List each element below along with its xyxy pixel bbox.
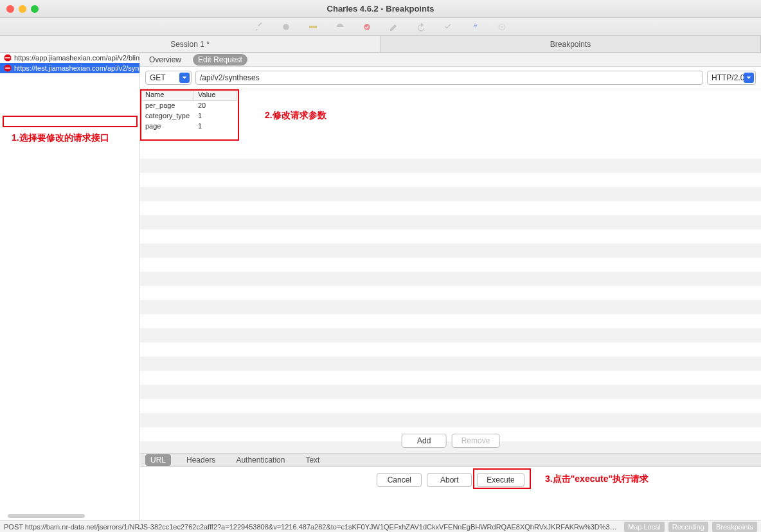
title-bar: Charles 4.6.2 - Breakpoints [0,0,761,18]
subtab-overview[interactable]: Overview [144,54,186,66]
status-map-local[interactable]: Map Local [624,522,665,532]
svg-point-2 [364,24,370,30]
hazard-icon[interactable] [307,21,319,33]
editor-bottom-subtabs: URL Headers Authentication Text [140,453,761,467]
svg-rect-6 [5,57,10,58]
sidebar-scrollbar[interactable] [8,514,85,518]
param-name: page [141,121,194,132]
breakpoint-list-item[interactable]: https://test.jiamashexian.com/api/v2/syn [0,63,139,73]
settings-icon[interactable] [496,21,508,33]
path-input[interactable]: /api/v2/syntheses [195,71,703,85]
status-breakpoints[interactable]: Breakpoints [712,522,757,532]
close-window-icon[interactable] [6,5,14,13]
window-title: Charles 4.6.2 - Breakpoints [0,4,761,13]
breakpoint-list-item[interactable]: https://app.jiamashexian.com/api/v2/blin [0,53,139,63]
svg-rect-8 [5,67,10,69]
param-name: per_page [141,101,194,111]
cancel-button[interactable]: Cancel [377,473,422,487]
bottomtab-url[interactable]: URL [145,454,171,466]
param-value: 20 [194,101,237,111]
main-split: https://app.jiamashexian.com/api/v2/blin… [0,53,761,520]
annotation-3-label: 3.点击"execute"执行请求 [545,474,649,485]
params-wrap: Name Value per_page 20 category_type 1 p… [140,89,761,453]
method-value: GET [150,73,166,82]
action-row: Cancel Abort Execute 3.点击"execute"执行请求 [140,467,761,493]
param-name: category_type [141,111,194,121]
svg-point-4 [501,26,503,28]
record-icon[interactable] [280,21,292,33]
status-text: POST https://bam.nr-data.net/jserrors/1/… [4,523,620,531]
minimize-window-icon[interactable] [19,5,26,13]
add-button[interactable]: Add [402,434,447,448]
validate-icon[interactable] [442,21,454,33]
execute-button[interactable]: Execute [477,473,524,487]
broom-icon[interactable] [253,21,265,33]
annotation-1-label: 1.选择要修改的请求接口 [12,132,109,144]
breakpoint-active-icon[interactable] [361,21,373,33]
status-recording[interactable]: Recording [668,522,708,532]
remove-button[interactable]: Remove [452,434,500,448]
breakpoint-stop-icon [4,54,12,62]
param-row[interactable]: page 1 [141,121,237,132]
path-value: /api/v2/syntheses [200,73,260,82]
protocol-value: HTTP/2.0 [712,73,744,82]
annotation-1-box [3,116,138,127]
param-row[interactable]: category_type 1 [141,111,237,121]
param-value: 1 [194,111,237,121]
abort-button[interactable]: Abort [427,473,472,487]
param-row[interactable]: per_page 20 [141,101,237,111]
col-name: Name [141,89,194,100]
subtab-edit-request[interactable]: Edit Request [193,54,247,66]
breakpoint-stop-icon [4,64,12,72]
editor-subtabs: Overview Edit Request [140,53,761,67]
compose-icon[interactable] [388,21,400,33]
toolbar [0,18,761,36]
annotation-2-label: 2.修改请求参数 [265,110,327,121]
col-value: Value [194,89,237,100]
status-bar: POST https://bam.nr-data.net/jserrors/1/… [0,520,761,532]
window-controls [6,5,39,13]
svg-rect-1 [309,26,317,28]
params-table[interactable]: Name Value per_page 20 category_type 1 p… [141,89,238,132]
right-panel: Overview Edit Request GET /api/v2/synthe… [140,53,761,520]
throttle-icon[interactable] [334,21,346,33]
main-tabs: Session 1 * Breakpoints [0,36,761,53]
param-value: 1 [194,121,237,132]
bottomtab-auth[interactable]: Authentication [231,454,290,466]
svg-point-0 [283,24,289,30]
method-select[interactable]: GET [145,71,192,85]
breakpoint-url-label: https://app.jiamashexian.com/api/v2/blin [14,54,139,62]
add-remove-row: Add Remove [402,434,500,448]
tools-icon[interactable] [469,21,481,33]
maximize-window-icon[interactable] [31,5,39,13]
chevron-down-icon [744,73,754,83]
params-header: Name Value [141,89,237,101]
repeat-icon[interactable] [415,21,427,33]
bottomtab-headers[interactable]: Headers [181,454,220,466]
striped-area: Add Remove [140,145,761,453]
bottomtab-text[interactable]: Text [300,454,325,466]
tab-session[interactable]: Session 1 * [0,36,380,53]
chevron-down-icon [179,73,190,83]
sidebar: https://app.jiamashexian.com/api/v2/blin… [0,53,140,520]
tab-breakpoints[interactable]: Breakpoints [380,36,761,53]
breakpoint-url-label: https://test.jiamashexian.com/api/v2/syn [14,64,139,72]
protocol-select[interactable]: HTTP/2.0 [707,71,756,85]
request-row: GET /api/v2/syntheses HTTP/2.0 [140,67,761,89]
